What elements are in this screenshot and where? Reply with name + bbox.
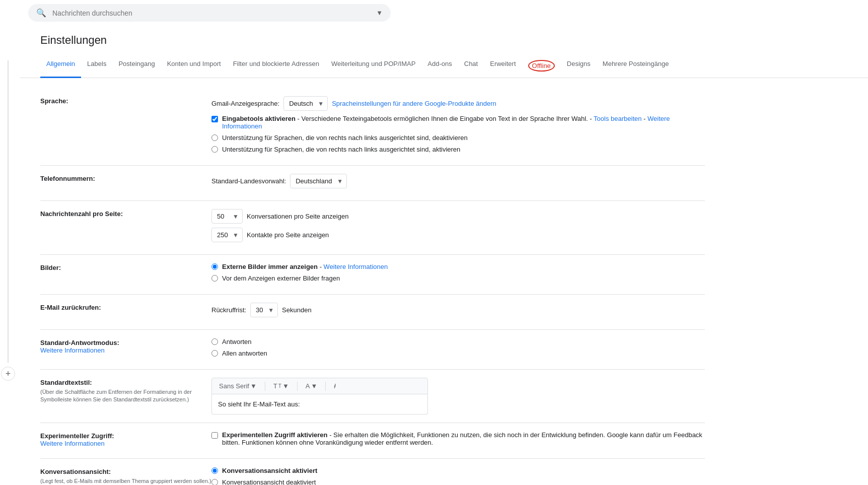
konversationsansicht-sub-label: (Legt fest, ob E-Mails mit demselben The… (40, 477, 211, 485)
editor-toolbar: Sans Serif ▼ T T ▼ A ▼ (211, 378, 428, 394)
experimentellen-zugriff-checkbox[interactable] (211, 432, 218, 439)
externe-bilder-label: Externe Bilder immer anzeigen - Weitere … (222, 263, 388, 270)
externe-bilder-row: Externe Bilder immer anzeigen - Weitere … (211, 263, 705, 270)
sprache-select-wrapper: Deutsch ▼ (283, 96, 328, 111)
text-editor: Sans Serif ▼ T T ▼ A ▼ (211, 378, 428, 414)
experimentellen-zugriff-row: Experimentellen Zugriff aktivieren - Sie… (211, 431, 705, 446)
settings-content: Sprache: Gmail-Anzeigesprache: Deutsch ▼… (20, 78, 725, 485)
konversationsansicht-aktiviert-row: Konversationsansicht aktiviert (211, 467, 705, 474)
eingabetools-label: Eingabetools aktivieren (222, 115, 296, 122)
font-family-label: Sans Serif (219, 382, 249, 390)
tab-designs[interactable]: Designs (561, 55, 597, 78)
eingabetools-checkbox[interactable] (211, 116, 218, 122)
sprache-link[interactable]: Spracheinstellungen für andere Google-Pr… (332, 100, 496, 107)
font-size-label: T (273, 382, 277, 390)
nachrichtenzahl-control: 50 25 100 ▼ Konversationen pro Seite anz… (211, 209, 705, 246)
experimenteller-zugriff-row: Experimenteller Zugriff: Weitere Informa… (40, 423, 705, 459)
add-button[interactable]: + (1, 367, 15, 381)
sekunden-label: Sekunden (282, 306, 312, 314)
sprache-control: Gmail-Anzeigesprache: Deutsch ▼ Sprachei… (211, 96, 705, 157)
rtl-aktivieren-row: Unterstützung für Sprachen, die von rech… (211, 146, 705, 153)
editor-preview-text: So sieht Ihr E-Mail-Text aus: (218, 400, 300, 408)
rtl-deaktivieren-label: Unterstützung für Sprachen, die von rech… (222, 134, 468, 142)
search-icon: 🔍 (36, 8, 46, 18)
search-bar: 🔍 ▼ (28, 4, 391, 22)
konversationsansicht-deaktiviert-label: Konversationsansicht deaktiviert (222, 478, 316, 485)
antworten-radio[interactable] (211, 338, 218, 345)
nachrichtenzahl-row: Nachrichtenzahl pro Seite: 50 25 100 ▼ K… (40, 201, 705, 255)
experimenteller-zugriff-control: Experimentellen Zugriff aktivieren - Sie… (211, 431, 705, 450)
tools-bearbeiten-link[interactable]: Tools bearbeiten (594, 115, 641, 122)
bilder-fragen-row: Vor dem Anzeigen externer Bilder fragen (211, 274, 705, 282)
conversations-select[interactable]: 50 25 100 (211, 209, 243, 224)
rueckruffrist-row: Rückruffrist: 30 5 10 20 ▼ Sekunden (211, 303, 705, 317)
rtl-aktivieren-radio[interactable] (211, 146, 218, 153)
externe-bilder-radio[interactable] (211, 263, 218, 270)
chevron-down-icon[interactable]: ▼ (376, 9, 383, 17)
bilder-fragen-label: Vor dem Anzeigen externer Bilder fragen (222, 274, 340, 282)
antwortmodus-label: Standard-Antwortmodus: Weitere Informati… (40, 338, 211, 354)
sprache-row: Sprache: Gmail-Anzeigesprache: Deutsch ▼… (40, 88, 705, 166)
tab-allgemein[interactable]: Allgemein (40, 55, 81, 78)
email-zurueckrufen-label: E-Mail zurückrufen: (40, 303, 211, 311)
tab-labels[interactable]: Labels (81, 55, 112, 78)
standardtextstil-row: Standardtextstil: (Über die Schaltfläche… (40, 370, 705, 423)
rtl-deaktivieren-radio[interactable] (211, 134, 218, 141)
tab-konten-import[interactable]: Konten und Import (161, 55, 227, 78)
bilder-label: Bilder: (40, 263, 211, 271)
tab-weiterleitung-pop[interactable]: Weiterleitung und POP/IMAP (325, 55, 421, 78)
conversations-label: Konversationen pro Seite anzeigen (247, 213, 348, 220)
font-size-button[interactable]: T T ▼ (271, 381, 291, 391)
antwortmodus-control: Antworten Allen antworten (211, 338, 705, 361)
antworten-label: Antworten (222, 338, 252, 345)
antwortmodus-weitere-info-link[interactable]: Weitere Informationen (40, 347, 105, 354)
editor-body[interactable]: So sieht Ihr E-Mail-Text aus: (211, 394, 428, 414)
conversations-select-wrapper: 50 25 100 ▼ (211, 209, 243, 224)
sidebar-line (8, 60, 9, 363)
experimenteller-weitere-info-link[interactable]: Weitere Informationen (40, 440, 105, 447)
search-input[interactable] (52, 9, 372, 17)
bilder-row: Bilder: Externe Bilder immer anzeigen - … (40, 255, 705, 295)
tab-mehrere-posteingang[interactable]: Mehrere Posteingänge (597, 55, 675, 78)
font-size-t-label: T (278, 383, 281, 389)
konversationsansicht-row: Konversationsansicht: (Legt fest, ob E-M… (40, 459, 705, 485)
font-family-button[interactable]: Sans Serif ▼ (217, 381, 259, 391)
text-color-button[interactable]: A ▼ (304, 381, 320, 391)
tab-offline[interactable]: Offline (522, 55, 561, 78)
telefonnummern-label: Telefonnummern: (40, 174, 211, 182)
contacts-select[interactable]: 250 50 100 (211, 228, 243, 242)
contacts-select-wrapper: 250 50 100 ▼ (211, 228, 243, 242)
allen-antworten-radio[interactable] (211, 350, 218, 357)
rtl-deaktivieren-row: Unterstützung für Sprachen, die von rech… (211, 134, 705, 142)
bilder-fragen-radio[interactable] (211, 275, 218, 282)
experimentellen-zugriff-label: Experimentellen Zugriff aktivieren (222, 431, 328, 439)
standardtextstil-label: Standardtextstil: (Über die Schaltfläche… (40, 378, 211, 404)
clear-format-button[interactable]: I (332, 381, 338, 391)
gmail-anzeigesprache-label: Gmail-Anzeigesprache: (211, 100, 279, 107)
antwortmodus-row: Standard-Antwortmodus: Weitere Informati… (40, 330, 705, 370)
tab-addons[interactable]: Add-ons (421, 55, 458, 78)
landesvorwahl-select-wrapper: Deutschland ▼ (290, 174, 347, 188)
konversationsansicht-deaktiviert-radio[interactable] (211, 479, 218, 485)
landesvorwahl-select[interactable]: Deutschland (290, 174, 347, 188)
tab-chat[interactable]: Chat (458, 55, 484, 78)
contacts-label: Kontakte pro Seite anzeigen (247, 231, 329, 239)
toolbar-sep-3 (325, 382, 326, 391)
konversationsansicht-aktiviert-radio[interactable] (211, 467, 218, 474)
page-title: Einstellungen (20, 30, 868, 55)
rtl-aktivieren-label: Unterstützung für Sprachen, die von rech… (222, 146, 460, 153)
landesvorwahl-label: Standard-Landesvorwahl: (211, 177, 286, 185)
tab-posteingang[interactable]: Posteingang (112, 55, 161, 78)
rueckruffrist-select[interactable]: 30 5 10 20 (250, 303, 278, 317)
bilder-weitere-info-link[interactable]: Weitere Informationen (324, 263, 388, 270)
sprache-select[interactable]: Deutsch (283, 96, 328, 111)
font-size-arrow: ▼ (282, 382, 289, 390)
standardtextstil-sub-label: (Über die Schaltfläche zum Entfernen der… (40, 388, 211, 404)
text-color-arrow: ▼ (311, 382, 317, 390)
email-zurueckrufen-row: E-Mail zurückrufen: Rückruffrist: 30 5 1… (40, 295, 705, 330)
tab-erweitert[interactable]: Erweitert (484, 55, 522, 78)
tab-filter-blockiert[interactable]: Filter und blockierte Adressen (227, 55, 325, 78)
sprache-label: Sprache: (40, 96, 211, 105)
telefonnummern-row: Telefonnummern: Standard-Landesvorwahl: … (40, 166, 705, 201)
gmail-anzeigesprache-row: Gmail-Anzeigesprache: Deutsch ▼ Sprachei… (211, 96, 705, 111)
